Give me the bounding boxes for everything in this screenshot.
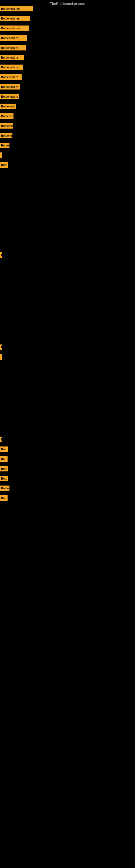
bottleneck-bar-1: Bottleneck res [0, 6, 33, 11]
bottleneck-bar-21: B [0, 437, 2, 442]
bottleneck-bar-11: Bottleneck r [0, 104, 16, 109]
bottleneck-bar-8: Bottleneck re [0, 74, 21, 80]
bottleneck-bar-26: Bottle [0, 486, 9, 491]
bottleneck-bar-19: B [0, 344, 2, 350]
bottleneck-bar-12: Bottleneck [0, 113, 13, 119]
bottleneck-bar-6: Bottleneck re [0, 55, 24, 60]
bottleneck-bar-18: B [0, 252, 2, 258]
bottleneck-bar-23: Bo [0, 456, 8, 462]
bottleneck-bar-14: Bottleneck [0, 133, 12, 138]
bottleneck-bar-5: Bottleneck re [0, 45, 26, 51]
bottleneck-bar-16 [0, 152, 2, 158]
bottleneck-bar-3: Bottleneck res [0, 26, 29, 31]
bottleneck-bar-7: Bottleneck re [0, 65, 23, 70]
bottleneck-bar-27: Bo [0, 495, 8, 501]
bottleneck-bar-4: Bottleneck re [0, 35, 27, 41]
bottleneck-bar-20 [0, 354, 2, 360]
bottleneck-bar-24: Bott [0, 466, 8, 471]
bottleneck-bar-25: Bott [0, 476, 8, 481]
bottleneck-bar-15: Bottle [0, 143, 9, 148]
bottleneck-bar-10: Bottleneck re [0, 94, 19, 99]
bottleneck-bar-9: Bottleneck re [0, 84, 20, 90]
bottleneck-bar-13: Bottleneck [0, 123, 13, 129]
bottleneck-bar-17: Bott [0, 162, 8, 167]
bottleneck-bar-2: Bottleneck res [0, 16, 30, 21]
bottleneck-bar-22: Bott [0, 446, 8, 452]
